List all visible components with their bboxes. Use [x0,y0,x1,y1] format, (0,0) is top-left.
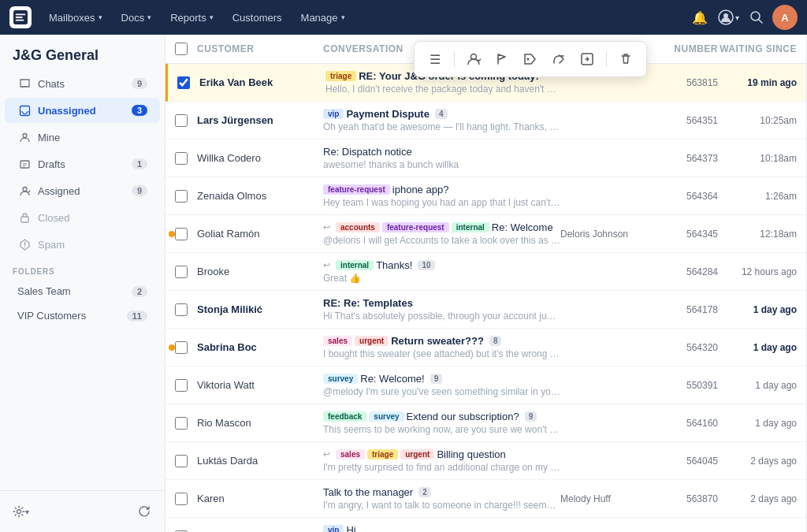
waiting-since: 2 days ago [718,456,797,467]
assigned-agent: Deloris Johnson [560,229,655,240]
table-row[interactable]: Rio Mascon feedbacksurvey Extend our sub… [165,404,806,442]
nav-manage[interactable]: Manage ▾ [293,7,353,28]
tag-urgent: urgent [355,336,389,346]
waiting-since: 1 day ago [718,304,797,315]
sidebar-item-chats[interactable]: Chats 9 [5,71,160,96]
waiting-since: 1 day ago [718,342,797,353]
svg-rect-12 [21,217,28,222]
sidebar-item-assigned[interactable]: Assigned 9 [5,178,160,203]
table-row[interactable]: info@jottstudio.dk vip Hi Hello there fr… [165,518,806,532]
table-row[interactable]: Zenaida Olmos feature-request iphone app… [165,177,806,215]
row-checkbox[interactable] [177,76,190,89]
row-checkbox[interactable] [175,417,188,430]
conversation-preview: I'm pretty surprised to find an addition… [323,462,560,473]
conversation-cell: vip Payment Dispute4 Oh yeah that'd be a… [323,108,560,132]
tag-survey: survey [323,374,358,384]
conversation-cell: vip Hi Hello there friends 👋 I was just … [323,524,560,532]
menu-icon[interactable]: ☰ [422,47,448,72]
sidebar-item-vip-customers[interactable]: VIP Customers 11 [5,304,160,327]
chats-icon [17,76,32,91]
svg-point-14 [24,246,24,247]
account-menu-button[interactable]: ▾ [716,5,741,30]
tag-feature-request: feature-request [382,222,449,233]
row-checkbox[interactable] [175,152,188,165]
tag-list: vip Payment Dispute4 [323,108,560,120]
refresh-button[interactable] [132,499,157,524]
waiting-since: 19 min ago [718,77,797,88]
tag-vip: vip [323,109,344,119]
logo[interactable] [9,6,32,28]
conversation-preview: This seems to be working now, are you su… [323,424,560,435]
nav-mailboxes[interactable]: Mailboxes ▾ [41,7,110,28]
user-avatar[interactable]: A [772,5,798,30]
main-layout: J&G General Chats 9 Unassigned 3 Mine [0,35,807,532]
conversation-subject: Re: Welcome [492,221,553,233]
conversation-preview: Hey team I was hoping you had an app tha… [323,197,560,208]
customer-name: Willka Codero [197,152,323,164]
row-checkbox[interactable] [175,114,188,127]
table-row[interactable]: Brooke ↩internal Thanks!10 Great 👍 56428… [165,253,806,291]
row-checkbox[interactable] [175,190,188,203]
table-row[interactable]: Karen Talk to the manager2 I'm angry, I … [165,480,806,518]
table-row[interactable]: Luktás Darda ↩salestriageurgent Billing … [165,442,806,480]
tag-list: vip Hi [323,524,560,532]
conversation-subject: Hi [346,524,355,532]
search-button[interactable] [744,5,769,30]
table-row[interactable]: Willka Codero Re: Dispatch notice awesom… [165,140,806,177]
conversation-cell: ↩salestriageurgent Billing question I'm … [323,448,560,473]
customer-name: Erika Van Beek [199,76,325,88]
table-row[interactable]: Goliat Ramón ↩accountsfeature-requestint… [165,215,806,253]
nav-reports[interactable]: Reports ▾ [162,7,221,28]
row-checkbox[interactable] [175,266,188,278]
sidebar-item-sales-team[interactable]: Sales Team 2 [5,280,160,303]
select-all-checkbox[interactable] [175,43,188,55]
row-checkbox[interactable] [175,341,188,354]
row-checkbox[interactable] [175,379,188,392]
customer-name-cell: Erika Van Beek [199,76,325,88]
forward-icon[interactable] [546,47,571,72]
conversation-subject: Re: Welcome! [360,373,424,385]
sidebar-item-spam[interactable]: Spam [5,232,160,257]
tag-urgent: urgent [400,449,434,459]
notifications-button[interactable]: 🔔 [687,5,712,30]
row-checkbox[interactable] [175,228,188,240]
table-row[interactable]: Viktoria Watt survey Re: Welcome!9 @melo… [165,366,806,404]
waiting-since: 2 days ago [718,493,797,504]
sidebar-item-unassigned[interactable]: Unassigned 3 [5,98,160,123]
row-checkbox[interactable] [175,455,188,467]
table-row[interactable]: Sabrina Boc salesurgent Return sweater??… [165,329,806,366]
message-count: 2 [418,487,431,497]
spam-icon [17,237,32,251]
settings-button[interactable]: ▾ [8,499,33,524]
delete-icon[interactable] [613,47,638,72]
conversation-subject: iphone app? [392,184,449,195]
chevron-down-icon: ▾ [147,13,151,21]
tag-list: RE: Re: Templates [323,297,560,309]
unread-dot [169,344,175,351]
label-icon[interactable] [518,47,543,72]
conversation-cell: survey Re: Welcome!9 @melody I'm sure yo… [323,373,560,397]
table-row[interactable]: Stonja Milikić RE: Re: Templates Hi That… [165,291,806,329]
nav-customers[interactable]: Customers [225,7,290,28]
row-checkbox[interactable] [175,493,188,505]
flag-icon[interactable] [489,47,515,72]
sidebar-item-closed[interactable]: Closed [5,205,160,230]
tag-list: survey Re: Welcome!9 [323,373,560,385]
sidebar-item-mine[interactable]: Mine [5,125,160,150]
svg-line-4 [759,20,763,24]
assigned-icon [17,184,32,198]
sidebar-item-drafts[interactable]: Drafts 1 [5,151,160,177]
conversation-subject: Return sweater??? [391,335,484,347]
assign-icon[interactable] [461,47,486,72]
waiting-since: 10:18am [718,153,797,164]
conversation-number: 564351 [655,115,718,126]
tag-survey: survey [369,411,404,422]
nav-docs[interactable]: Docs ▾ [113,7,160,28]
row-checkbox[interactable] [175,303,188,316]
customer-name: Zenaida Olmos [197,190,323,202]
conversation-number: 564178 [655,304,718,315]
customer-name: Viktoria Watt [197,379,323,391]
table-row[interactable]: Lars Jürgensen vip Payment Dispute4 Oh y… [165,102,806,140]
tag-feature-request: feature-request [323,184,390,195]
move-icon[interactable] [575,47,600,72]
